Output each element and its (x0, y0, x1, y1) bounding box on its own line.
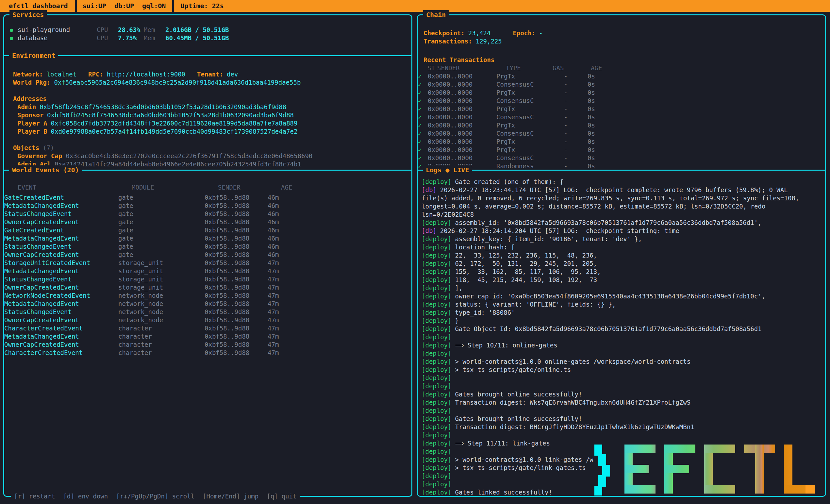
event-sender: 0xbf58..9d88 (204, 210, 267, 218)
mem-value: 60.45MB / 50.51GB (165, 34, 229, 42)
log-line: [deploy] Gate Object Id: 0x8bd5842fa5d96… (421, 325, 824, 333)
col-header-module: MODULE (132, 183, 218, 192)
log-source-tag: [deploy] (421, 399, 452, 407)
uptime-label: Uptime: 22s (174, 0, 230, 12)
event-sender: 0xbf58..9d88 (204, 267, 267, 275)
service-status-item: gql:ON (142, 2, 166, 10)
tx-gas: - (543, 129, 581, 137)
world-event-row: StorageUnitCreatedEvent storage_unit 0xb… (4, 259, 410, 267)
log-source-tag: [deploy] (421, 292, 452, 301)
keybinding-hint[interactable]: [q]quit (267, 492, 296, 501)
transaction-row: ✓ 0x0000..0000 ConsensusC - 0s (418, 154, 824, 162)
world-event-row: OwnerCapCreatedEvent character 0xbf58..9… (4, 341, 410, 349)
log-message: assembly_key: { item_id: '90186', tenant… (455, 235, 642, 243)
event-name: MetadataChangedEvent (4, 267, 118, 275)
right-panel: Chain Checkpoint:23,424Epoch:- Transacti… (417, 14, 826, 497)
tx-type: PrgTx (497, 72, 543, 81)
keybinding-action: jump (244, 492, 258, 501)
event-age: 46m (267, 234, 290, 243)
log-source-tag: [deploy] (421, 374, 452, 382)
transactions-table[interactable]: ✓ 0x0000..0000 PrgTx - 0s ✓ 0x0000..0000… (418, 72, 824, 170)
transaction-row: ✓ 0x0000..0000 PrgTx - 0s (418, 121, 824, 129)
event-age: 46m (267, 202, 290, 210)
log-message: Gate Object Id: 0x8bd5842fa5d96693a78c06… (455, 325, 762, 333)
keybinding-action: scroll (172, 492, 194, 501)
transaction-row: ✓ 0x0000..0000 Randomness - 0s (418, 162, 824, 170)
world-event-row: MetadataChangedEvent gate 0xbf58..9d88 4… (4, 202, 410, 210)
event-age: 47m (267, 316, 290, 324)
top-status-bar: efctl dashboard sui:UPdb:UPgql:ON Uptime… (0, 0, 830, 12)
keybinding-hint[interactable]: [d]env down (63, 492, 108, 501)
tx-sender: 0x0000..0000 (428, 146, 497, 154)
log-message: Gates brought online successfully! (455, 415, 582, 423)
log-line: [deploy] 118, 45, 215, 244, 159, 108, 19… (421, 276, 824, 284)
log-line: [deploy] type_id: '88086' (421, 309, 824, 317)
tx-success-check-icon: ✓ (418, 97, 428, 105)
world-event-row: StatusChangedEvent storage_unit 0xbf58..… (4, 275, 410, 283)
transaction-row: ✓ 0x0000..0000 PrgTx - 0s (418, 89, 824, 97)
address-row: Sponsor0xbf58fb245c8f7546538dc3a6d0bd603… (13, 111, 410, 119)
log-line: [deploy] Gates brought online successful… (421, 390, 824, 399)
tx-success-check-icon: ✓ (418, 121, 428, 129)
tx-gas: - (543, 146, 581, 154)
log-line: [deploy] Transaction digest: BHCrgJfiyHD… (421, 423, 824, 431)
log-message: Gates brought online successfully! (455, 390, 582, 399)
chain-panel-title: Chain (423, 10, 449, 20)
log-source-tag: [deploy] (421, 488, 452, 495)
event-module: network_node (118, 308, 204, 316)
objects-heading: Objects(7) (13, 144, 410, 152)
event-age: 47m (267, 283, 290, 291)
tx-gas: - (543, 105, 581, 113)
tx-sender: 0x0000..0000 (428, 137, 497, 146)
transactions-header-row: ST SENDER TYPE GAS AGE (418, 64, 824, 72)
keybinding-key: [Home/End] (202, 492, 240, 501)
log-message: > tsx ts-scripts/gate/link-gates.ts (455, 464, 586, 472)
tx-gas: - (543, 113, 581, 121)
col-header-sender: SENDER (437, 64, 506, 72)
tx-type: ConsensusC (497, 113, 543, 121)
event-age: 47m (267, 300, 290, 308)
keybinding-hint[interactable]: [↑↓/PgUp/PgDn]scroll (116, 492, 194, 501)
event-module: character (118, 349, 204, 357)
keybinding-action: restart (29, 492, 55, 501)
event-module: network_node (118, 291, 204, 300)
log-source-tag: [deploy] (421, 407, 452, 415)
event-module: storage_unit (118, 283, 204, 291)
event-name: OwnerCapCreatedEvent (4, 218, 118, 226)
addresses-heading: Addresses (13, 95, 410, 103)
event-module: gate (118, 202, 204, 210)
event-age: 47m (267, 267, 290, 275)
col-header-age: AGE (281, 183, 304, 192)
tx-type: ConsensusC (497, 154, 543, 162)
tx-sender: 0x0000..0000 (428, 154, 497, 162)
log-line: [deploy] owner_cap_id: '0xa0bc8503ea54f8… (421, 292, 824, 301)
efctl-dashboard-screen: { "topbar": { "title": "efctl dashboard"… (0, 0, 830, 504)
event-age: 47m (267, 259, 290, 267)
event-age: 47m (267, 308, 290, 316)
tx-gas: - (543, 121, 581, 129)
log-source-tag: [db] (421, 227, 437, 235)
tx-sender: 0x0000..0000 (428, 81, 497, 89)
tx-gas: - (543, 81, 581, 89)
world-event-row: MetadataChangedEvent network_node 0xbf58… (4, 300, 410, 308)
tx-success-check-icon: ✓ (418, 146, 428, 154)
event-name: OwnerCapCreatedEvent (4, 283, 118, 291)
tx-sender: 0x0000..0000 (428, 129, 497, 137)
log-source-tag: [deploy] (421, 464, 452, 472)
keybinding-hint[interactable]: [Home/End]jump (202, 492, 258, 501)
event-sender: 0xbf58..9d88 (204, 226, 267, 234)
log-line: [deploy] status: { variant: 'OFFLINE', f… (421, 301, 824, 309)
world-events-table[interactable]: GateCreatedEvent gate 0xbf58..9d88 46m M… (4, 193, 410, 357)
log-source-tag: [deploy] (421, 423, 452, 431)
keybinding-hint[interactable]: [r]restart (14, 492, 55, 501)
services-panel-title: Services (9, 10, 47, 20)
keybinding-key: [r] (14, 492, 25, 501)
event-module: storage_unit (118, 259, 204, 267)
log-line: longest=0.004 s, average=0.002 s; distan… (421, 202, 824, 211)
tx-sender: 0x0000..0000 (428, 113, 497, 121)
event-sender: 0xbf58..9d88 (204, 341, 267, 349)
world-event-row: OwnerCapCreatedEvent storage_unit 0xbf58… (4, 283, 410, 291)
event-name: CharacterCreatedEvent (4, 349, 118, 357)
chain-stats: Checkpoint:23,424Epoch:- Transactions:12… (418, 29, 824, 45)
event-name: OwnerCapCreatedEvent (4, 316, 118, 324)
